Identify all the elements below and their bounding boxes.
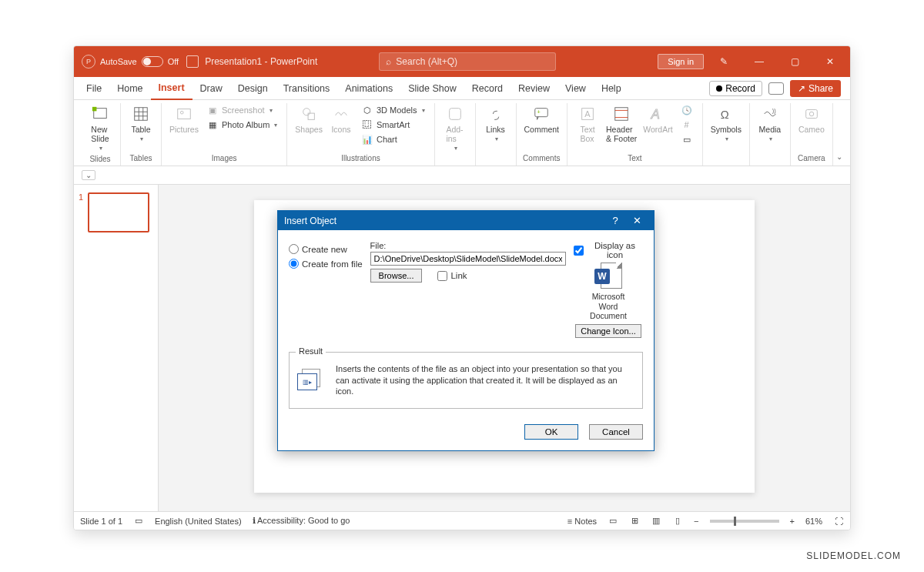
maximize-button[interactable]: ▢ xyxy=(779,51,810,72)
browse-button[interactable]: Browse... xyxy=(370,269,423,283)
svg-point-9 xyxy=(303,109,310,115)
ok-button[interactable]: OK xyxy=(524,424,578,440)
zoom-slider[interactable] xyxy=(710,520,779,523)
icons-label: Icons xyxy=(331,125,350,134)
addins-button[interactable]: Add- ins▾ xyxy=(440,103,470,153)
save-icon[interactable] xyxy=(186,55,199,68)
notes-button[interactable]: ≡ Notes xyxy=(567,517,597,526)
tab-record[interactable]: Record xyxy=(464,77,511,100)
zoom-in-button[interactable]: + xyxy=(790,517,795,526)
wordart-button[interactable]: AWordArt xyxy=(640,103,675,135)
media-button[interactable]: ))Media▾ xyxy=(755,103,785,144)
reading-view-icon[interactable]: ▥ xyxy=(651,516,661,527)
svg-text:Ω: Ω xyxy=(720,109,728,121)
3d-models-button[interactable]: ⬡3D Models▾ xyxy=(359,103,427,117)
new-slide-button[interactable]: New Slide▾ xyxy=(85,103,116,153)
ribbon: New Slide▾ Slides Table▾ Tables Pictures… xyxy=(74,100,850,166)
object-button[interactable]: ▭ xyxy=(678,132,695,146)
tab-animations[interactable]: Animations xyxy=(337,77,400,100)
autosave-toggle[interactable]: AutoSave Off xyxy=(100,56,179,67)
comments-icon[interactable] xyxy=(768,82,784,95)
svg-text:A: A xyxy=(651,107,660,121)
tab-draw[interactable]: Draw xyxy=(192,77,230,100)
ribbon-collapse-button[interactable]: ⌄ xyxy=(836,152,842,161)
sign-in-button[interactable]: Sign in xyxy=(658,54,704,69)
shapes-button[interactable]: Shapes xyxy=(292,103,326,135)
svg-rect-7 xyxy=(178,109,191,119)
media-icon: )) xyxy=(760,105,780,123)
dialog-help-button[interactable]: ? xyxy=(604,215,626,226)
symbols-button[interactable]: ΩSymbols▾ xyxy=(708,103,745,144)
header-footer-icon xyxy=(611,105,631,123)
create-from-file-radio[interactable]: Create from file xyxy=(289,259,363,269)
accessibility-indicator[interactable]: ℹ Accessibility: Good to go xyxy=(253,516,350,526)
group-camera-label: Camera xyxy=(798,152,825,166)
thumbnail-pane[interactable]: 1 xyxy=(74,185,159,511)
photo-album-button[interactable]: ▦Photo Album▾ xyxy=(204,118,280,132)
fit-window-icon[interactable]: ⛶ xyxy=(833,516,844,527)
autosave-state: Off xyxy=(168,57,179,66)
sorter-view-icon[interactable]: ⊞ xyxy=(629,516,640,527)
result-label: Result xyxy=(296,346,326,356)
cancel-button[interactable]: Cancel xyxy=(589,424,643,440)
close-button[interactable]: ✕ xyxy=(815,51,845,72)
group-illustrations-label: Illustrations xyxy=(341,152,380,166)
tab-insert[interactable]: Insert xyxy=(151,77,192,100)
display-as-icon-checkbox[interactable]: Display as icon xyxy=(574,241,643,259)
slide-number-button[interactable]: # xyxy=(678,118,695,132)
svg-point-8 xyxy=(180,111,183,114)
search-input[interactable]: ⌕ Search (Alt+Q) xyxy=(379,52,556,71)
file-path-input[interactable] xyxy=(370,252,566,266)
ink-icon[interactable]: ✎ xyxy=(708,51,739,72)
tab-review[interactable]: Review xyxy=(511,77,557,100)
svg-text:)): )) xyxy=(772,107,776,114)
pictures-button[interactable]: Pictures xyxy=(166,103,202,135)
change-icon-button[interactable]: Change Icon... xyxy=(575,324,641,338)
dialog-titlebar[interactable]: Insert Object ? ✕ xyxy=(278,211,654,230)
group-images-label: Images xyxy=(212,152,237,166)
tab-help[interactable]: Help xyxy=(594,77,629,100)
watermark: SLIDEMODEL.COM xyxy=(806,550,901,561)
tab-slideshow[interactable]: Slide Show xyxy=(400,77,464,100)
dialog-close-button[interactable]: ✕ xyxy=(626,215,648,226)
cameo-label: Cameo xyxy=(798,125,825,134)
create-new-radio[interactable]: Create new xyxy=(289,244,363,254)
qat-dropdown-icon[interactable]: ⌄ xyxy=(82,170,95,180)
record-button[interactable]: Record xyxy=(709,81,762,96)
tab-design[interactable]: Design xyxy=(230,77,276,100)
table-button[interactable]: Table▾ xyxy=(126,103,156,144)
spellcheck-icon[interactable]: ▭ xyxy=(133,516,144,527)
tab-home[interactable]: Home xyxy=(109,77,150,100)
links-button[interactable]: Links▾ xyxy=(480,103,511,144)
minimize-button[interactable]: — xyxy=(744,51,775,72)
textbox-button[interactable]: AText Box xyxy=(572,103,603,145)
header-footer-button[interactable]: Header & Footer xyxy=(603,103,640,145)
tab-view[interactable]: View xyxy=(557,77,594,100)
link-checkbox[interactable]: Link xyxy=(437,271,467,281)
cameo-button[interactable]: Cameo xyxy=(795,103,828,135)
date-time-button[interactable]: 🕓 xyxy=(678,103,695,117)
tab-file[interactable]: File xyxy=(79,77,109,100)
icon-caption: Microsoft Word Document xyxy=(574,292,643,321)
comment-button[interactable]: +Comment xyxy=(521,103,563,135)
tab-transitions[interactable]: Transitions xyxy=(276,77,338,100)
icons-button[interactable]: Icons xyxy=(326,103,357,135)
slideshow-view-icon[interactable]: ▯ xyxy=(672,516,683,527)
table-label: Table xyxy=(131,125,150,134)
symbols-label: Symbols xyxy=(711,125,742,134)
smartart-button[interactable]: ⿶SmartArt xyxy=(359,118,427,132)
normal-view-icon[interactable]: ▭ xyxy=(608,516,618,527)
language-indicator[interactable]: English (United States) xyxy=(155,517,242,526)
photo-album-label: Photo Album xyxy=(222,120,270,129)
chart-button[interactable]: 📊Chart xyxy=(359,132,427,146)
share-button[interactable]: ↗Share xyxy=(790,80,841,97)
zoom-out-button[interactable]: − xyxy=(694,517,698,526)
status-bar: Slide 1 of 1 ▭ English (United States) ℹ… xyxy=(74,511,850,530)
screenshot-button[interactable]: ▣Screenshot▾ xyxy=(204,103,280,117)
group-tables-label: Tables xyxy=(130,152,152,166)
word-document-icon: W xyxy=(594,263,622,290)
slide-thumbnail[interactable] xyxy=(88,192,149,232)
slide-indicator[interactable]: Slide 1 of 1 xyxy=(80,517,122,526)
svg-rect-22 xyxy=(805,110,817,119)
zoom-level[interactable]: 61% xyxy=(805,517,822,526)
